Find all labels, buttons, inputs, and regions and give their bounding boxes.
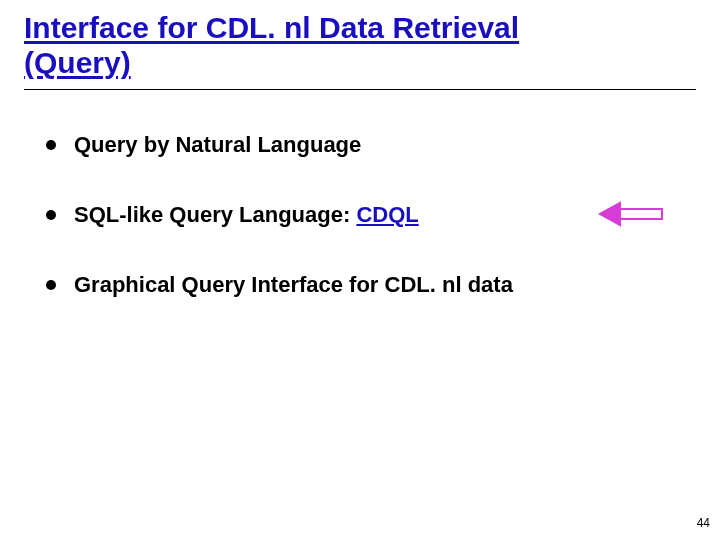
arrow-left-icon [598, 199, 668, 229]
slide-title-line1: Interface for CDL. nl Data Retrieval [24, 11, 519, 44]
slide-title-line2: (Query) [24, 46, 131, 79]
bullet-text-2-prefix: SQL-like Query Language: [74, 202, 356, 227]
bullet-item-2: SQL-like Query Language: CDQL [46, 202, 696, 228]
bullet-item-3: Graphical Query Interface for CDL. nl da… [46, 272, 696, 298]
page-number: 44 [697, 516, 710, 530]
bullet-item-1: Query by Natural Language [46, 132, 696, 158]
title-divider [24, 89, 696, 90]
slide: Interface for CDL. nl Data Retrieval (Qu… [0, 0, 720, 540]
bullet-text-2-emph: CDQL [356, 202, 418, 227]
bullet-text-1: Query by Natural Language [74, 132, 361, 157]
bullet-text-3: Graphical Query Interface for CDL. nl da… [74, 272, 513, 297]
svg-marker-0 [600, 203, 620, 225]
svg-rect-1 [620, 209, 662, 219]
bullet-list: Query by Natural Language SQL-like Query… [24, 132, 696, 298]
slide-title-wrap: Interface for CDL. nl Data Retrieval (Qu… [24, 10, 696, 81]
